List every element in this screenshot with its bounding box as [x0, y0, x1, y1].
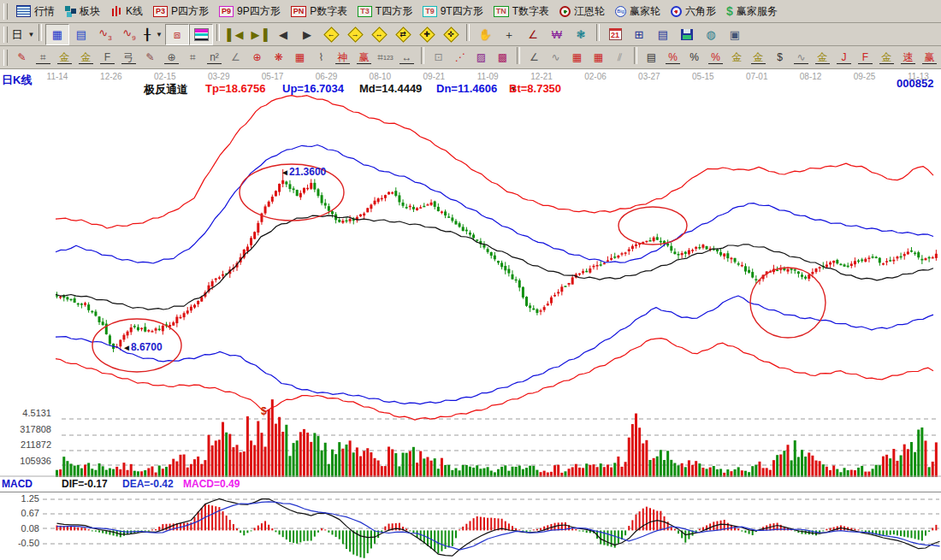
draw-red-star-grid[interactable]: ❋ — [268, 47, 289, 68]
diamond-swap-icon-glyph: ⇄ — [397, 28, 410, 41]
save-icon[interactable] — [675, 24, 699, 45]
step-back-icon[interactable]: ◀ — [271, 24, 295, 45]
toolbar-item-9t-square[interactable]: T99T四方形 — [417, 1, 488, 22]
draw-red-grid-2[interactable]: ▦ — [588, 47, 609, 68]
winner-wheel-icon: Big — [615, 6, 626, 17]
angle-measure-icon[interactable]: ∠ — [521, 24, 545, 45]
draw-price-scale[interactable]: ▤ — [641, 47, 662, 68]
crosshair-icon[interactable]: ＋ — [497, 24, 521, 45]
draw-gold-line[interactable]: 金 — [748, 47, 769, 68]
draw-f-rail[interactable]: F — [97, 47, 118, 68]
toolbar-item-winner-wheel[interactable]: Big赢家轮 — [610, 1, 666, 22]
macd-pane-title[interactable]: MACD — [2, 478, 33, 490]
draw-purple-grid[interactable]: ▨ — [470, 47, 492, 68]
toolbar-item-p-square[interactable]: P3P四方形 — [148, 1, 214, 22]
calendar-icon[interactable]: 21 — [603, 24, 627, 45]
toolbar-item-hexagon[interactable]: 六角形 — [666, 1, 721, 22]
diamond-swap-icon[interactable]: ⇄ — [391, 24, 415, 45]
drag-hand-icon[interactable]: ✋ — [473, 24, 497, 45]
channel-line-Bt — [56, 339, 933, 421]
draw-bow-rail[interactable]: 弓 — [118, 47, 139, 68]
draw-su-line[interactable]: 速 — [897, 47, 919, 68]
period-day-dropdown[interactable]: 日▼ — [11, 24, 35, 45]
diamond-plus-icon[interactable]: ✚ — [415, 24, 439, 45]
draw-j-line[interactable]: J — [833, 47, 855, 68]
toolbar-grip[interactable] — [3, 27, 8, 43]
workstation-icon-glyph: ▣ — [730, 29, 740, 40]
diamond-lr-icon[interactable]: ↔ — [367, 24, 391, 45]
draw-ying-line[interactable]: 赢 — [919, 47, 940, 68]
diamond-right-icon[interactable]: → — [343, 24, 367, 45]
workstation-icon[interactable]: ▣ — [723, 24, 747, 45]
draw-gold-circle[interactable]: 金 — [726, 47, 748, 68]
gann-tool-icon[interactable]: ₩ — [545, 24, 569, 45]
draw-wave-rail[interactable]: ∿ — [790, 47, 812, 68]
chart-9-icon[interactable]: ∿9 — [117, 24, 141, 45]
spiral-tool-icon[interactable]: ❃ — [569, 24, 593, 45]
draw-red-rays[interactable]: ⋰ — [449, 47, 470, 68]
draw-wave-tool[interactable]: ∿ — [545, 47, 566, 68]
toolbar-item-9p-square[interactable]: P99P四方形 — [214, 1, 286, 22]
draw-red-target[interactable]: ⊕ — [246, 47, 268, 68]
toolbar-item-sectors[interactable]: 板块 — [60, 1, 105, 22]
draw-percent[interactable]: % — [684, 47, 705, 68]
candle-style-dropdown[interactable]: ╂▼ — [141, 24, 165, 45]
draw-pen-tool[interactable]: ✎ — [11, 47, 33, 68]
draw-n2-rail[interactable]: n² — [204, 47, 225, 68]
draw-rail-tool[interactable]: ⌗ — [33, 47, 54, 68]
draw-gold-angle[interactable]: 金 — [876, 47, 897, 68]
draw-pen-tool-2[interactable]: ✎ — [139, 47, 161, 68]
draw-dollar-pen[interactable]: $ — [769, 47, 790, 68]
toolbar-item-t-digit-table[interactable]: TNT数字表 — [488, 1, 554, 22]
draw-f-line[interactable]: F — [855, 47, 876, 68]
indicator-name[interactable]: 极反通道 — [144, 82, 188, 97]
chart-3-icon[interactable]: ∿3 — [93, 24, 117, 45]
toolbar-item-p-digit-table[interactable]: PNP数字表 — [286, 1, 353, 22]
9p-square-badge-icon: P9 — [219, 6, 234, 17]
draw-percent-rail[interactable]: % — [662, 47, 684, 68]
diamond-left-icon[interactable]: ← — [319, 24, 343, 45]
toolbar-item-label: 9T四方形 — [441, 4, 483, 19]
draw-purple-red-grid[interactable]: ▩ — [492, 47, 513, 68]
draw-angle-lines[interactable]: ∠ — [524, 47, 545, 68]
date-label: 11-09 — [477, 72, 499, 81]
color-kline-icon[interactable] — [189, 24, 213, 45]
dollar-icon: $ — [726, 4, 733, 18]
diamond-plus-icon-glyph: ✚ — [421, 28, 434, 41]
draw-red-grid-1[interactable]: ▦ — [566, 47, 588, 68]
toolbar-item-gann-wheel[interactable]: 江恩轮 — [554, 1, 610, 22]
draw-gold-rail-1[interactable]: 金 — [54, 47, 75, 68]
jifan-channel-icon[interactable]: ⧈ — [165, 24, 189, 45]
draw-circle-grid[interactable]: ⊕ — [161, 47, 182, 68]
draw-shen-tool[interactable]: 神 — [332, 47, 353, 68]
info-panel-icon[interactable]: ▤ — [69, 24, 93, 45]
toolbar-grip[interactable] — [3, 50, 8, 66]
draw-grid-123[interactable]: ⌗123 — [375, 47, 396, 68]
draw-angle-tool[interactable]: ∠ — [225, 47, 246, 68]
draw-parallel-lines[interactable]: ⫽ — [609, 47, 630, 68]
toolbar-item-t-square[interactable]: T3T四方形 — [352, 1, 417, 22]
draw-tick-rail[interactable]: ⌗ — [182, 47, 204, 68]
diamond-cross-icon[interactable]: ✜ — [439, 24, 463, 45]
toolbar-item-kline[interactable]: K线 — [105, 1, 148, 22]
goto-start-icon[interactable]: ▌◀ — [223, 24, 247, 45]
draw-ying-tool[interactable]: 赢 — [353, 47, 375, 68]
draw-gold-rail-2[interactable]: 金 — [75, 47, 97, 68]
goto-end-icon[interactable]: ▶▐ — [247, 24, 271, 45]
notes-icon[interactable]: ▤ — [651, 24, 675, 45]
draw-width-measure[interactable]: ↔ — [396, 47, 417, 68]
export-web-icon[interactable]: ◍ — [699, 24, 723, 45]
calculator-icon[interactable]: ⊞ — [627, 24, 651, 45]
draw-quote-tool[interactable]: ⌇ — [311, 47, 332, 68]
step-forward-icon[interactable]: ▶ — [295, 24, 319, 45]
toolbar-grip[interactable] — [3, 3, 8, 20]
candle-style-dropdown-glyph: ╂ — [144, 29, 151, 40]
draw-percent-line[interactable]: % — [705, 47, 726, 68]
draw-gold-tool[interactable]: 金 — [812, 47, 833, 68]
toolbar-item-winner-service[interactable]: $赢家服务 — [721, 1, 783, 22]
toolbar-separator — [466, 24, 470, 41]
zoom-window-icon[interactable]: ▦ — [45, 24, 69, 45]
draw-gray-box[interactable]: ⊡ — [428, 47, 449, 68]
toolbar-item-quotes[interactable]: 行情 — [11, 1, 60, 22]
draw-red-cyan-grid[interactable]: ▦ — [289, 47, 311, 68]
